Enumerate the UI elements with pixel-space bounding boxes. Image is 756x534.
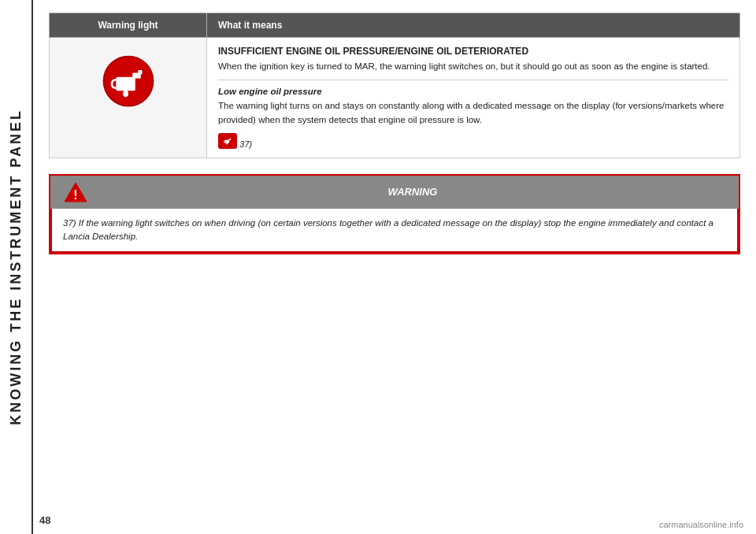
col2-header: What it means	[207, 13, 740, 38]
svg-rect-5	[224, 140, 229, 143]
warning-header-row: ! WARNING	[50, 176, 739, 209]
warning-header-text: WARNING	[98, 186, 728, 198]
watermark: carmanualsonline.info	[659, 520, 743, 529]
section1-text: When the ignition key is turned to MAR, …	[218, 60, 728, 73]
icon-cell	[50, 38, 207, 158]
svg-point-8	[226, 143, 228, 144]
svg-point-4	[123, 90, 128, 97]
section2-text: The warning light turns on and stays on …	[218, 99, 728, 127]
content-cell: INSUFFICIENT ENGINE OIL PRESSURE/ENGINE …	[207, 38, 740, 158]
footnote-ref: 37)	[239, 139, 252, 149]
warning-content-text: 37) If the warning light switches on whe…	[50, 209, 739, 254]
info-table: Warning light What it means	[49, 13, 740, 158]
oil-warning-icon	[101, 54, 156, 109]
svg-rect-7	[230, 139, 231, 139]
warning-body: 37) If the warning light switches on whe…	[63, 218, 713, 241]
warning-section: ! WARNING 37) If the warning light switc…	[49, 174, 740, 255]
col1-header: Warning light	[50, 13, 207, 38]
svg-text:!: !	[73, 188, 77, 202]
sidebar-label: KNOWING THE INSTRUMENT PANEL	[8, 109, 24, 425]
inline-oil-icon	[218, 133, 237, 149]
page-number: 48	[39, 514, 50, 526]
section-divider	[218, 80, 728, 80]
section1-title: INSUFFICIENT ENGINE OIL PRESSURE/ENGINE …	[218, 46, 728, 57]
footnote-row: 37)	[218, 133, 728, 150]
warning-triangle-icon: !	[61, 180, 90, 204]
main-content: Warning light What it means	[33, 0, 756, 534]
svg-rect-3	[138, 70, 142, 74]
section2-title: Low engine oil pressure	[218, 87, 728, 96]
svg-rect-1	[116, 77, 135, 91]
sidebar: KNOWING THE INSTRUMENT PANEL	[0, 0, 33, 534]
